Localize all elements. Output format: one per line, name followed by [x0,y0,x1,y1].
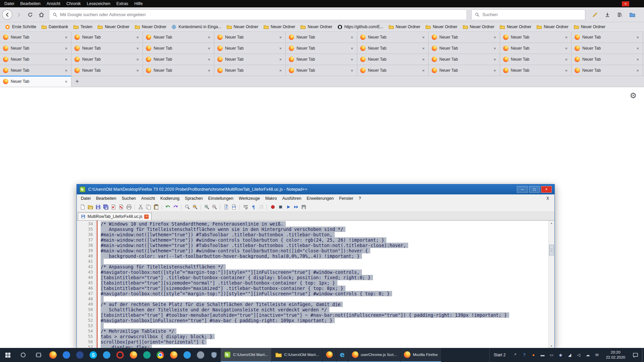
menubar-item-lesezeichen[interactable]: Lesezeichen [84,0,113,7]
new-tab-button[interactable]: + [71,76,83,87]
start-button[interactable] [0,348,15,362]
npp-menu-bearbeiten[interactable]: Bearbeiten [93,195,119,201]
tab-close-icon[interactable]: × [564,68,568,73]
tab-close-icon[interactable]: × [493,57,497,62]
browser-tab[interactable]: Neuer Tab× [500,32,572,43]
pinned-app-teal-icon[interactable] [140,348,154,362]
back-button[interactable] [2,9,12,20]
bookmark-item[interactable]: Neuer Ordner [497,23,534,31]
taskbar-task-button[interactable] [323,348,336,362]
browser-tab[interactable]: Neuer Tab× [143,54,214,65]
notepadpp-titlebar[interactable]: C:\Users\Old Man\Desktop\Firefox 73 02.2… [77,184,554,194]
folder-icon[interactable] [628,10,637,19]
document-tab[interactable]: MultiRowTab_LiteforFx48.uc.js × [78,213,152,220]
tab-close-icon[interactable]: × [64,35,68,40]
browser-tab[interactable]: Neuer Tab× [71,43,143,54]
taskbar-task-button[interactable]: userChrome.js Scri... [348,348,400,362]
taskbar-task-button[interactable]: C:\Users\Old Man\... [272,348,322,362]
menubar-close-icon[interactable]: X [546,196,553,201]
scrollbar-thumb[interactable] [549,245,554,255]
browser-tab[interactable]: Neuer Tab× [71,32,143,43]
browser-tab[interactable]: Neuer Tab× [286,54,357,65]
browser-tab[interactable]: Neuer Tab× [357,43,429,54]
browser-tab[interactable]: Neuer Tab× [429,32,500,43]
bookmark-item[interactable]: Erste Schritte [3,23,39,31]
word-wrap-icon[interactable] [243,204,249,210]
menubar-item-datei[interactable]: Datei [1,0,17,7]
browser-tab[interactable]: Neuer Tab× [214,65,286,76]
bookmark-item[interactable]: Kontextmenü in Einga... [169,23,223,31]
browser-tab[interactable]: Neuer Tab× [0,54,71,65]
browser-tab[interactable]: Neuer Tab× [429,54,500,65]
close-all-icon[interactable] [118,204,124,210]
document-tab-close-icon[interactable]: × [144,215,149,219]
browser-tab[interactable]: Neuer Tab× [357,65,429,76]
tab-close-icon[interactable]: × [493,68,497,73]
tray-expand-icon[interactable]: ^ [512,352,518,358]
menubar-item-extras[interactable]: Extras [113,0,131,7]
npp-menu-kodierung[interactable]: Kodierung [158,195,182,201]
browser-tab[interactable]: Neuer Tab× [214,43,286,54]
browser-tab[interactable]: Neuer Tab× [71,54,143,65]
new-file-icon[interactable] [79,204,86,210]
taskbar-task-button[interactable]: e [336,348,348,362]
npp-menu-ansicht[interactable]: Ansicht [139,195,158,201]
tab-close-icon[interactable]: × [64,68,68,73]
replace-icon[interactable] [192,204,198,210]
play-macro-icon[interactable] [285,204,291,210]
tab-close-icon[interactable]: × [278,46,282,51]
browser-tab[interactable]: Neuer Tab× [143,65,214,76]
show-all-characters-icon[interactable]: ¶ [250,204,256,210]
close-file-icon[interactable] [110,204,116,210]
print-icon[interactable] [126,204,132,210]
taskbar-task-button[interactable]: C:\Users\Old Man\... [221,348,271,362]
pinned-opera-icon[interactable] [113,348,127,362]
browser-tab[interactable]: Neuer Tab× [572,54,643,65]
tray-onedrive-icon[interactable]: ☁ [585,352,591,358]
tab-close-icon[interactable]: × [636,57,640,62]
save-macro-icon[interactable] [301,204,307,210]
zoom-in-icon[interactable] [204,204,210,210]
npp-menu-makro[interactable]: Makro [263,195,280,201]
tab-close-icon[interactable]: × [64,79,68,84]
npp-menu-datei[interactable]: Datei [78,195,93,201]
bookmark-item[interactable]: Datenbank [39,23,70,31]
menubar-item-ansicht[interactable]: Ansicht [44,0,63,7]
tab-close-icon[interactable]: × [136,68,140,73]
pinned-app-blue-icon[interactable] [100,348,113,362]
pinned-firefox-icon[interactable] [127,348,140,362]
browser-tab[interactable]: Neuer Tab× [0,43,71,54]
home-button[interactable] [36,9,47,20]
record-macro-icon[interactable] [270,204,276,210]
play-multi-icon[interactable] [293,204,299,210]
npp-menu-einstellungen[interactable]: Einstellungen [206,195,236,201]
tab-close-icon[interactable]: × [421,35,425,40]
tab-close-icon[interactable]: × [636,46,640,51]
browser-tab[interactable]: Neuer Tab× [429,43,500,54]
sync-horizontal-icon[interactable] [231,204,237,210]
taskbar-clock[interactable]: 20:20 22.02.2020 [602,348,629,362]
npp-menu-ausfhren[interactable]: Ausführen [279,195,304,201]
code-area[interactable]: /* Windows 10 und Firefox Standardtheme,… [101,221,548,349]
tray-display-icon[interactable]: ▭ [548,352,554,358]
notification-center-button[interactable] [629,348,642,362]
bookmark-item[interactable]: Testen [71,23,95,31]
npp-menu-suchen[interactable]: Suchen [119,195,139,201]
paste-icon[interactable] [153,204,159,210]
bookmark-item[interactable]: Neuer Ordner [261,23,298,31]
code-editor[interactable]: 3435363738394041424344454647484950515253… [77,221,554,349]
tab-close-icon[interactable]: × [136,57,140,62]
tab-close-icon[interactable]: × [207,68,211,73]
browser-tab[interactable]: Neuer Tab× [572,32,643,43]
bookmark-item[interactable]: Neuer Ordner [571,23,608,31]
tray-audio-icon[interactable]: ▬ [539,352,545,358]
browser-tab[interactable]: Neuer Tab× [143,43,214,54]
tab-close-icon[interactable]: × [350,68,354,73]
undo-icon[interactable] [165,204,171,210]
tray-network-icon[interactable]: ◢ [567,352,573,358]
tray-volume-icon[interactable]: ◁ [576,352,582,358]
copy-icon[interactable] [145,204,151,210]
pen-icon[interactable] [590,10,600,19]
window-close-icon[interactable]: × [622,1,629,6]
browser-tab[interactable]: Neuer Tab× [214,32,286,43]
